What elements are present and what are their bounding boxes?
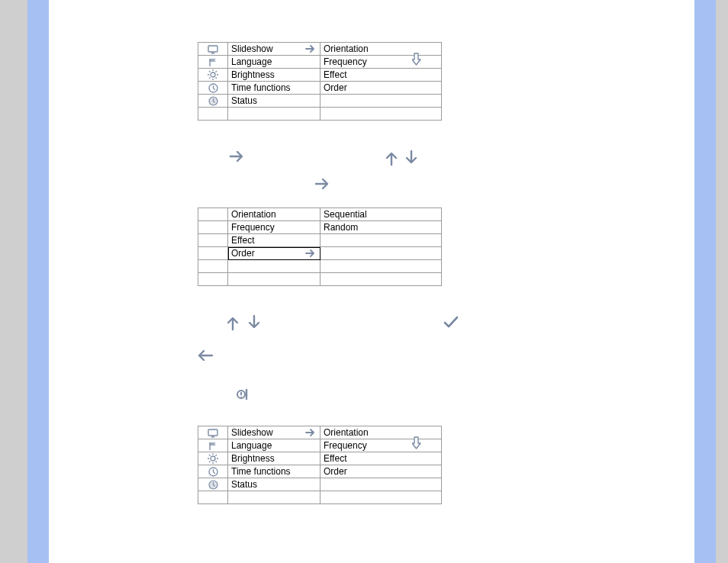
menu-table-1: Slideshow Orientation Language Frequency… — [198, 42, 442, 121]
menu1-right-4[interactable] — [321, 95, 442, 108]
table-row: Order — [198, 247, 442, 260]
menu3-right-4[interactable] — [321, 478, 442, 491]
svg-line-24 — [216, 462, 217, 463]
table-row — [198, 491, 442, 504]
menu3-icon-4 — [198, 478, 228, 491]
table-row — [198, 273, 442, 286]
table-row: Frequency Random — [198, 221, 442, 234]
menu3-left-1[interactable]: Language — [228, 439, 321, 452]
menu1-left-2[interactable]: Brightness — [228, 69, 321, 82]
table-row: Time functions Order — [198, 465, 442, 478]
menu3-right-5 — [321, 491, 442, 504]
warning-icon — [237, 388, 250, 401]
menu2-icon-3 — [198, 247, 228, 260]
menu1-icon-3 — [198, 82, 228, 95]
svg-line-8 — [216, 78, 217, 79]
table-row: Slideshow Orientation — [198, 43, 442, 56]
menu2-right-0[interactable]: Sequential — [321, 208, 442, 221]
menu2-icon-4 — [198, 260, 228, 273]
table-row: Brightness Effect — [198, 452, 442, 465]
menu2-right-3 — [321, 247, 442, 260]
menu2-right-4 — [321, 260, 442, 273]
menu1-right-2[interactable]: Effect — [321, 69, 442, 82]
arrow-right-icon — [314, 177, 331, 191]
menu1-icon-2 — [198, 69, 228, 82]
table-row: Brightness Effect — [198, 69, 442, 82]
arrow-up-icon — [226, 314, 240, 331]
svg-line-25 — [209, 462, 211, 463]
table-row: Status — [198, 95, 442, 108]
checkmark-icon — [443, 314, 459, 330]
table-row: Time functions Order — [198, 82, 442, 95]
arrow-right-icon — [229, 150, 246, 163]
svg-rect-0 — [208, 46, 217, 52]
menu1-right-3[interactable]: Order — [321, 82, 442, 95]
page-sheet: Slideshow Orientation Language Frequency… — [49, 0, 694, 563]
menu1-icon-5 — [198, 108, 228, 121]
svg-rect-16 — [208, 429, 217, 436]
menu1-left-1[interactable]: Language — [228, 56, 321, 69]
menu1-icon-4 — [198, 95, 228, 108]
svg-line-10 — [216, 71, 217, 72]
menu2-left-4 — [228, 260, 321, 273]
menu3-icon-0 — [198, 426, 228, 439]
menu2-icon-0 — [198, 208, 228, 221]
svg-point-2 — [211, 72, 215, 77]
arrow-back-icon — [195, 349, 214, 362]
svg-rect-17 — [211, 436, 214, 438]
menu3-left-2[interactable]: Brightness — [228, 452, 321, 465]
svg-line-26 — [216, 455, 217, 456]
menu-table-3: Slideshow Orientation Language Frequency… — [198, 426, 442, 504]
menu1-icon-0 — [198, 43, 228, 56]
table-row: Orientation Sequential — [198, 208, 442, 221]
svg-line-9 — [209, 78, 211, 79]
menu2-icon-5 — [198, 273, 228, 286]
table-row — [198, 260, 442, 273]
table-row — [198, 108, 442, 121]
menu2-right-5 — [321, 273, 442, 286]
cursor-down-icon — [412, 436, 424, 451]
menu2-icon-1 — [198, 221, 228, 234]
menu3-left-0[interactable]: Slideshow — [228, 426, 321, 439]
menu1-left-3[interactable]: Time functions — [228, 82, 321, 95]
menu3-left-3[interactable]: Time functions — [228, 465, 321, 478]
menu3-right-3[interactable]: Order — [321, 465, 442, 478]
menu3-icon-1 — [198, 439, 228, 452]
menu1-right-5 — [321, 108, 442, 121]
svg-rect-1 — [211, 53, 214, 54]
menu2-left-2[interactable]: Effect — [228, 234, 321, 247]
arrow-down-icon — [247, 314, 261, 331]
menu2-left-3[interactable]: Order — [228, 247, 321, 260]
margin-band-right — [694, 0, 716, 563]
arrow-up-icon — [385, 150, 398, 166]
menu3-icon-3 — [198, 465, 228, 478]
menu1-left-0[interactable]: Slideshow — [228, 43, 321, 56]
arrow-right-icon — [304, 44, 317, 53]
svg-line-23 — [209, 455, 211, 456]
menu1-icon-1 — [198, 56, 228, 69]
menu-table-2: Orientation Sequential Frequency Random … — [198, 208, 442, 286]
document-page: Slideshow Orientation Language Frequency… — [0, 0, 728, 563]
menu3-icon-5 — [198, 491, 228, 504]
menu3-left-4[interactable]: Status — [228, 478, 321, 491]
margin-band-left — [27, 0, 49, 563]
cursor-down-icon — [412, 52, 424, 67]
table-row: Slideshow Orientation — [198, 426, 442, 439]
table-row: Effect — [198, 234, 442, 247]
menu2-icon-2 — [198, 234, 228, 247]
menu3-right-2[interactable]: Effect — [321, 452, 442, 465]
arrow-right-icon — [304, 249, 317, 258]
menu1-left-5 — [228, 108, 321, 121]
menu3-left-5 — [228, 491, 321, 504]
menu2-left-1[interactable]: Frequency — [228, 221, 321, 234]
menu2-left-0[interactable]: Orientation — [228, 208, 321, 221]
table-row: Language Frequency — [198, 439, 442, 452]
arrow-down-icon — [404, 150, 418, 166]
svg-point-15 — [240, 396, 242, 397]
menu1-left-4[interactable]: Status — [228, 95, 321, 108]
table-row: Language Frequency — [198, 56, 442, 69]
svg-point-18 — [211, 456, 215, 461]
svg-line-7 — [209, 71, 211, 72]
menu2-right-1[interactable]: Random — [321, 221, 442, 234]
arrow-right-icon — [304, 428, 317, 437]
